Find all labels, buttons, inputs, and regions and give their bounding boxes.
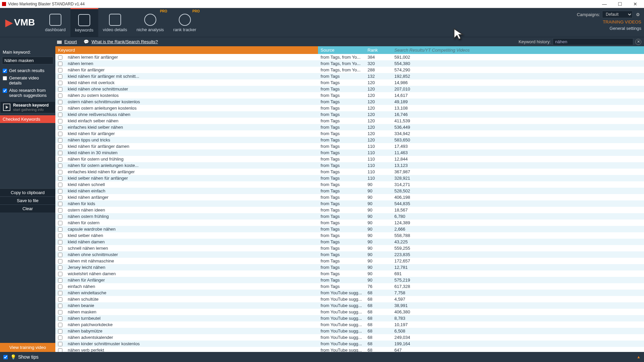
row-checkbox[interactable] — [58, 68, 62, 72]
general-settings-link[interactable]: General settings — [609, 26, 641, 31]
table-row[interactable]: einfach nähenfrom Tags76617,328 — [55, 283, 644, 290]
table-row[interactable]: kleid nähen für anfänger mit schnitt...f… — [55, 73, 644, 79]
row-checkbox[interactable] — [58, 106, 62, 111]
col-source[interactable]: Source — [318, 46, 365, 54]
generate-video-details-check[interactable]: Generate video details — [0, 74, 55, 87]
row-checkbox[interactable] — [58, 176, 62, 181]
table-row[interactable]: nähen für osternfrom Tags90124,389 — [55, 220, 644, 226]
tab-dashboard[interactable]: dashboard — [40, 8, 70, 37]
row-checkbox[interactable] — [58, 74, 62, 79]
table-row[interactable]: nähen patchworkdeckefrom YouTube sugg...… — [55, 321, 644, 328]
minimize-button[interactable]: — — [600, 1, 609, 7]
row-checkbox[interactable] — [58, 227, 62, 232]
table-row[interactable]: nähen turnbeutelfrom YouTube sugg...688,… — [55, 315, 644, 321]
table-row[interactable]: nähen adventskalenderfrom YouTube sugg..… — [55, 334, 644, 341]
maximize-button[interactable]: ☐ — [615, 1, 625, 7]
expand-footer-icon[interactable]: ▲ — [637, 355, 641, 359]
table-row[interactable]: kleid einfach selber nähenfrom Tags12041… — [55, 118, 644, 124]
row-checkbox[interactable] — [58, 221, 62, 225]
row-checkbox[interactable] — [58, 81, 62, 85]
research-keyword-button[interactable]: Research keyword start gathering info — [0, 101, 55, 113]
show-tips-check[interactable] — [3, 355, 8, 359]
row-checkbox[interactable] — [58, 265, 62, 270]
table-row[interactable]: nähen ostern anleitungen kostenlosfrom T… — [55, 105, 644, 111]
row-checkbox[interactable] — [58, 246, 62, 251]
table-row[interactable]: kleid nähen für anfängerfrom Tags120334,… — [55, 130, 644, 137]
table-row[interactable]: nähen für kidsfrom Tags90544,835 — [55, 200, 644, 207]
row-checkbox[interactable] — [58, 195, 62, 200]
table-row[interactable]: nähen lernen für anfängerfrom Tags, from… — [55, 54, 644, 60]
row-checkbox[interactable] — [58, 342, 62, 346]
row-checkbox[interactable] — [58, 62, 62, 66]
table-row[interactable]: einfaches kleid selber nähenfrom Tags120… — [55, 124, 644, 130]
row-checkbox[interactable] — [58, 119, 62, 123]
row-checkbox[interactable] — [58, 348, 62, 352]
table-row[interactable]: einfaches kleid nähen für anfängerfrom T… — [55, 169, 644, 175]
col-keyword[interactable]: Keyword — [55, 46, 318, 54]
table-row[interactable]: ostern nähen ideenfrom Tags9018,567 — [55, 207, 644, 213]
save-to-file-button[interactable]: Save to file — [0, 196, 55, 204]
row-checkbox[interactable] — [58, 151, 62, 155]
clear-button[interactable]: Clear — [0, 204, 55, 213]
row-checkbox[interactable] — [58, 240, 62, 244]
table-row[interactable]: kleid nähen ohne schnittmusterfrom Tags1… — [55, 86, 644, 92]
row-checkbox[interactable] — [58, 253, 62, 257]
row-checkbox[interactable] — [58, 125, 62, 130]
gear-icon[interactable]: ⚙ — [635, 11, 641, 18]
row-checkbox[interactable] — [58, 304, 62, 308]
row-checkbox[interactable] — [58, 215, 62, 219]
row-checkbox[interactable] — [58, 285, 62, 289]
table-row[interactable]: kleid nähen mit overlockfrom Tags12014,9… — [55, 79, 644, 86]
table-row[interactable]: kleid selber nähen für anfängerfrom Tags… — [55, 175, 644, 181]
tab-video-details[interactable]: video details — [98, 8, 132, 37]
table-row[interactable]: nähen für Anfängerfrom Tags90575,219 — [55, 277, 644, 283]
table-row[interactable]: nähen für anfängerfrom Tags, from Yo...2… — [55, 67, 644, 73]
table-row[interactable]: nähen schultütefrom YouTube sugg...684,5… — [55, 296, 644, 302]
table-row[interactable]: kleid nähen einfachfrom Tags90528,502 — [55, 188, 644, 194]
table-row[interactable]: nähen windeltaschefrom YouTube sugg...68… — [55, 290, 644, 296]
row-checkbox[interactable] — [58, 183, 62, 187]
table-row[interactable]: capsule wardrobe nähenfrom Tags902,666 — [55, 226, 644, 232]
row-checkbox[interactable] — [58, 291, 62, 295]
table-row[interactable]: kleid selber nähenfrom Tags90558,788 — [55, 232, 644, 239]
training-videos-link[interactable]: TRAINING VIDEOS — [603, 19, 641, 24]
keyword-table[interactable]: Keyword Source Rank Search Results/YT Co… — [55, 46, 644, 352]
table-row[interactable]: nähen lernenfrom Tags, from Yo...320554,… — [55, 60, 644, 67]
table-row[interactable]: kleid nähen in 30 minutenfrom Tags11011,… — [55, 149, 644, 156]
row-checkbox[interactable] — [58, 310, 62, 314]
row-checkbox[interactable] — [58, 259, 62, 263]
row-checkbox[interactable] — [58, 272, 62, 276]
table-row[interactable]: schnell nähen lernenfrom Tags90559,255 — [55, 245, 644, 251]
table-row[interactable]: nähen für ostern und frühlingfrom Tags11… — [55, 156, 644, 162]
row-checkbox[interactable] — [58, 170, 62, 174]
view-training-video-button[interactable]: View training video — [0, 343, 55, 352]
table-row[interactable]: nähen ohne schnittmusterfrom Tags90223,8… — [55, 251, 644, 258]
main-keyword-input[interactable] — [2, 57, 53, 64]
checked-keywords-button[interactable]: Checked Keywords — [0, 115, 55, 123]
table-row[interactable]: nähen für ostern anleitungen koste...fro… — [55, 162, 644, 169]
table-row[interactable]: nähen beaniefrom YouTube sugg...6838,991 — [55, 302, 644, 309]
table-row[interactable]: ostern nähen schnittmuster kostenlosfrom… — [55, 99, 644, 105]
row-checkbox[interactable] — [58, 202, 62, 206]
table-row[interactable]: nähen verb perfektfrom YouTube sugg...68… — [55, 347, 644, 352]
row-checkbox[interactable] — [58, 138, 62, 142]
row-checkbox[interactable] — [58, 87, 62, 92]
row-checkbox[interactable] — [58, 132, 62, 136]
row-checkbox[interactable] — [58, 164, 62, 168]
row-checkbox[interactable] — [58, 329, 62, 334]
row-checkbox[interactable] — [58, 157, 62, 162]
campaigns-select[interactable]: Default — [602, 11, 633, 18]
row-checkbox[interactable] — [58, 94, 62, 98]
row-checkbox[interactable] — [58, 55, 62, 60]
table-row[interactable]: nähen kinder schnittmuster kostenlosfrom… — [55, 341, 644, 347]
table-row[interactable]: nähen mit nähmaschinefrom Tags90172,657 — [55, 258, 644, 264]
also-research-check[interactable]: Also research from search suggestions — [0, 87, 55, 99]
row-checkbox[interactable] — [58, 336, 62, 340]
row-checkbox[interactable] — [58, 208, 62, 213]
copy-to-clipboard-button[interactable]: Copy to clipboard — [0, 188, 55, 196]
history-clear-icon[interactable]: ✕ — [635, 39, 641, 45]
close-button[interactable]: ✕ — [631, 1, 640, 7]
table-row[interactable]: kleid nähen anfängerfrom Tags90406,198 — [55, 194, 644, 200]
row-checkbox[interactable] — [58, 323, 62, 327]
table-row[interactable]: nähen babymützefrom YouTube sugg...686,5… — [55, 328, 644, 334]
